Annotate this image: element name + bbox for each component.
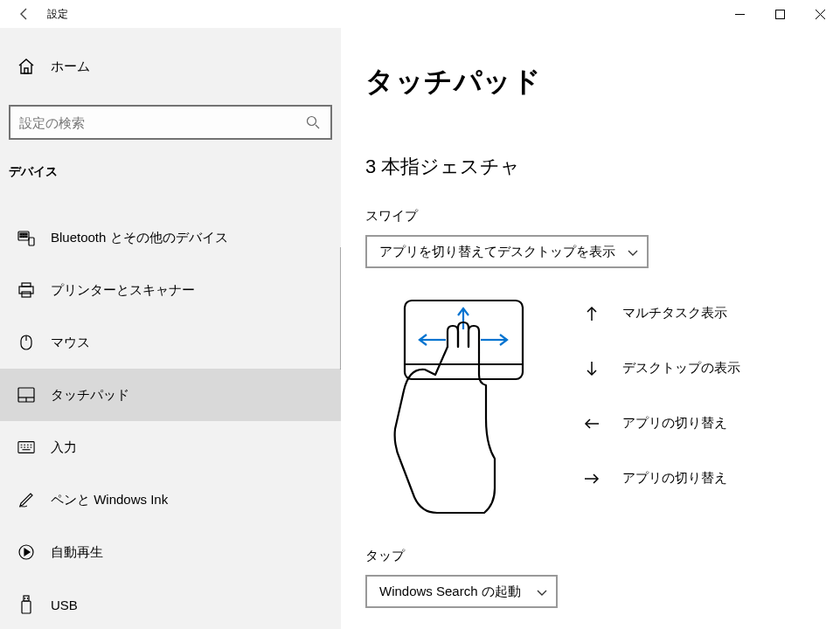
bluetooth-icon (17, 229, 35, 246)
window-title: 設定 (47, 7, 68, 22)
svg-rect-17 (22, 292, 31, 297)
sidebar-item-label: 入力 (51, 439, 77, 456)
usb-icon (17, 595, 35, 614)
sidebar-item-mouse[interactable]: マウス (0, 316, 341, 369)
maximize-button[interactable] (760, 0, 800, 28)
content-area: タッチパッド 3 本指ジェスチャ スワイプ アプリを切り替えてデスクトップを表示 (341, 28, 840, 629)
svg-rect-14 (29, 238, 34, 245)
gesture-up: マルチタスク表示 (584, 305, 740, 321)
sidebar-item-typing[interactable]: 入力 (0, 421, 341, 473)
search-input[interactable] (19, 115, 304, 130)
svg-rect-1 (775, 10, 784, 18)
sidebar-item-label: マウス (51, 335, 90, 351)
sidebar-item-label: Bluetooth とその他のデバイス (51, 230, 228, 246)
home-icon (17, 59, 35, 74)
gesture-left-label: アプリの切り替え (622, 415, 727, 432)
sidebar-item-label: USB (51, 598, 78, 612)
arrow-right-icon (584, 473, 600, 485)
sidebar: ホーム デバイス (0, 28, 341, 629)
svg-rect-13 (25, 236, 27, 238)
back-button[interactable] (7, 0, 42, 28)
swipe-dropdown[interactable]: アプリを切り替えてデスクトップを表示 (365, 235, 649, 268)
printer-icon (17, 281, 35, 299)
swipe-label: スワイプ (365, 208, 840, 225)
svg-rect-35 (22, 601, 31, 613)
svg-point-5 (308, 117, 316, 126)
swipe-value: アプリを切り替えてデスクトップを表示 (379, 244, 615, 260)
svg-rect-12 (23, 236, 24, 238)
touchpad-icon (17, 387, 35, 403)
svg-rect-4 (24, 68, 28, 73)
gesture-up-label: マルチタスク表示 (622, 305, 727, 321)
sidebar-item-autoplay[interactable]: 自動再生 (0, 526, 341, 578)
search-input-wrap[interactable] (9, 105, 332, 140)
tap-dropdown[interactable]: Windows Search の起動 (365, 575, 558, 608)
sidebar-item-pen[interactable]: ペンと Windows Ink (0, 473, 341, 526)
svg-line-6 (316, 125, 319, 128)
gesture-left: アプリの切り替え (584, 415, 740, 432)
svg-rect-11 (20, 236, 22, 238)
gesture-graphic (383, 296, 531, 527)
home-label: ホーム (51, 59, 90, 75)
arrow-down-icon (584, 361, 600, 377)
svg-rect-8 (20, 233, 22, 235)
category-label: デバイス (0, 164, 341, 187)
chevron-down-icon (537, 584, 547, 599)
gesture-down-label: デスクトップの表示 (622, 360, 740, 377)
gesture-down: デスクトップの表示 (584, 360, 740, 377)
chevron-down-icon (628, 245, 638, 259)
sidebar-item-bluetooth[interactable]: Bluetooth とその他のデバイス (0, 211, 341, 264)
sidebar-item-label: ペンと Windows Ink (51, 492, 168, 508)
mouse-icon (17, 334, 35, 351)
minimize-button[interactable] (719, 0, 760, 28)
sidebar-item-touchpad[interactable]: タッチパッド (0, 369, 341, 421)
svg-rect-9 (23, 233, 24, 235)
close-button[interactable] (800, 0, 840, 28)
sidebar-item-label: タッチパッド (51, 387, 129, 404)
svg-rect-15 (22, 283, 31, 287)
gesture-right-label: アプリの切り替え (622, 470, 727, 487)
page-title: タッチパッド (365, 63, 840, 101)
keyboard-icon (17, 440, 35, 454)
pen-icon (17, 491, 35, 508)
search-icon (304, 115, 322, 129)
home-link[interactable]: ホーム (0, 47, 341, 86)
gesture-right: アプリの切り替え (584, 470, 740, 487)
section-title: 3 本指ジェスチャ (365, 154, 840, 180)
sidebar-item-label: プリンターとスキャナー (51, 282, 195, 299)
autoplay-icon (17, 543, 35, 561)
arrow-up-icon (584, 306, 600, 321)
sidebar-item-usb[interactable]: USB (0, 578, 341, 629)
tap-value: Windows Search の起動 (379, 584, 521, 600)
arrow-left-icon (584, 418, 600, 430)
sidebar-item-label: 自動再生 (51, 544, 103, 561)
sidebar-item-printers[interactable]: プリンターとスキャナー (0, 264, 341, 316)
tap-label: タップ (365, 548, 840, 564)
svg-rect-10 (25, 233, 27, 235)
